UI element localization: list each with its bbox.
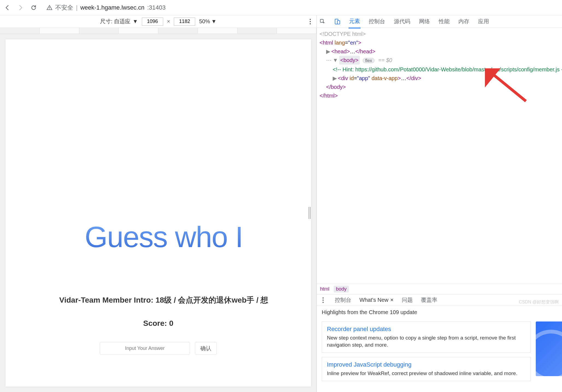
- url-host: week-1.hgame.lwsec.cn: [80, 4, 145, 11]
- whatsnew-card[interactable]: Improved JavaScript debugging Inline pre…: [322, 357, 531, 381]
- resize-handle[interactable]: [308, 207, 311, 219]
- drawer-heading: Highlights from the Chrome 109 update: [317, 306, 562, 319]
- tree-toggle-icon[interactable]: ▶: [333, 75, 337, 81]
- card-title: Improved JavaScript debugging: [327, 361, 526, 368]
- drawer-body: Recorder panel updates New step context …: [317, 319, 562, 392]
- svg-point-9: [323, 297, 324, 298]
- url-bar[interactable]: 不安全 | week-1.hgame.lwsec.cn:31403: [43, 2, 559, 13]
- inspect-icon[interactable]: [319, 18, 326, 25]
- breadcrumb-html[interactable]: html: [320, 286, 329, 292]
- tab-sources[interactable]: 源代码: [393, 15, 411, 28]
- svg-point-2: [310, 19, 311, 20]
- ruler: [0, 28, 317, 34]
- dom-breadcrumb: html body: [317, 284, 562, 294]
- tab-network[interactable]: 网络: [418, 15, 431, 28]
- svg-point-4: [310, 23, 311, 24]
- url-port: :31403: [147, 4, 166, 11]
- viewport-wrap: Guess who I Vidar-Team Member Intro: 18级…: [0, 34, 317, 392]
- tab-elements[interactable]: 元素: [349, 15, 361, 28]
- close-icon[interactable]: ✕: [390, 297, 394, 303]
- device-menu-button[interactable]: [309, 19, 311, 25]
- tree-toggle-icon[interactable]: ▼: [333, 57, 338, 63]
- page-title: Guess who I: [5, 220, 311, 254]
- tab-memory[interactable]: 内存: [458, 15, 470, 28]
- height-input[interactable]: [174, 17, 195, 26]
- dom-comment: <!-- Hint: https://github.com/Potat0000/…: [333, 66, 562, 72]
- tab-console[interactable]: 控制台: [368, 15, 386, 28]
- promo-image: [536, 321, 562, 376]
- svg-point-1: [49, 8, 50, 9]
- device-toolbar: 尺寸: 自适应 ▼ × 50% ▼: [0, 15, 317, 28]
- security-label: 不安全: [55, 4, 73, 12]
- drawer-menu-icon[interactable]: [320, 297, 327, 304]
- breadcrumb-body[interactable]: body: [334, 286, 349, 292]
- devtools-pane: 元素 控制台 源代码 网络 性能 内存 应用 <!DOCTYPE html> <…: [317, 15, 562, 392]
- answer-input[interactable]: [100, 342, 190, 355]
- score-text: Score: 0: [5, 319, 311, 328]
- drawer-tab-whatsnew[interactable]: What's New ✕: [359, 297, 394, 303]
- back-button[interactable]: [3, 4, 11, 12]
- watermark: CSDN @好想变强啊: [519, 299, 559, 305]
- zoom-selector[interactable]: 50% ▼: [199, 18, 216, 25]
- tab-application[interactable]: 应用: [478, 15, 490, 28]
- dom-body-line[interactable]: ⋯▼<body> flex == $0: [320, 56, 562, 65]
- elements-panel[interactable]: <!DOCTYPE html> <html lang="en"> ▶<head>…: [317, 28, 562, 284]
- eq0-label: == $0: [378, 57, 392, 63]
- card-body: Inline preview for WeakRef, correct prev…: [327, 370, 526, 377]
- svg-point-10: [323, 299, 324, 300]
- tab-performance[interactable]: 性能: [438, 15, 450, 28]
- devtools-tabs: 元素 控制台 源代码 网络 性能 内存 应用: [317, 15, 562, 28]
- card-title: Recorder panel updates: [327, 326, 526, 333]
- reload-button[interactable]: [30, 4, 38, 12]
- url-separator: |: [76, 4, 78, 11]
- confirm-button[interactable]: 确认: [195, 342, 217, 355]
- whatsnew-card[interactable]: Recorder panel updates New step context …: [322, 321, 531, 353]
- drawer-tab-issues[interactable]: 问题: [402, 296, 413, 304]
- chevron-down-icon: ▼: [211, 18, 216, 25]
- svg-point-3: [310, 21, 311, 22]
- dom-doctype: <!DOCTYPE html>: [320, 31, 366, 37]
- card-body: New step context menu, option to copy a …: [327, 334, 526, 349]
- intro-text: Vidar-Team Member Intro: 18级 / 会点开发的退休we…: [5, 295, 311, 305]
- forward-button[interactable]: [16, 4, 25, 12]
- width-input[interactable]: [142, 17, 163, 26]
- drawer-tab-console[interactable]: 控制台: [335, 296, 351, 304]
- svg-point-11: [323, 302, 324, 303]
- svg-rect-7: [337, 21, 340, 24]
- device-selector[interactable]: 尺寸: 自适应 ▼: [100, 18, 138, 25]
- device-mode-icon[interactable]: [334, 18, 341, 25]
- chevron-down-icon: ▼: [133, 18, 138, 25]
- insecure-icon: [46, 5, 52, 11]
- flex-badge[interactable]: flex: [363, 58, 374, 63]
- tree-toggle-icon[interactable]: ▶: [326, 48, 330, 54]
- page-pane: 尺寸: 自适应 ▼ × 50% ▼ Guess who I Vidar-Team…: [0, 15, 317, 392]
- browser-toolbar: 不安全 | week-1.hgame.lwsec.cn:31403: [0, 0, 562, 15]
- dim-x-icon: ×: [167, 18, 170, 25]
- viewport: Guess who I Vidar-Team Member Intro: 18级…: [5, 39, 311, 387]
- drawer-tab-coverage[interactable]: 覆盖率: [421, 296, 437, 304]
